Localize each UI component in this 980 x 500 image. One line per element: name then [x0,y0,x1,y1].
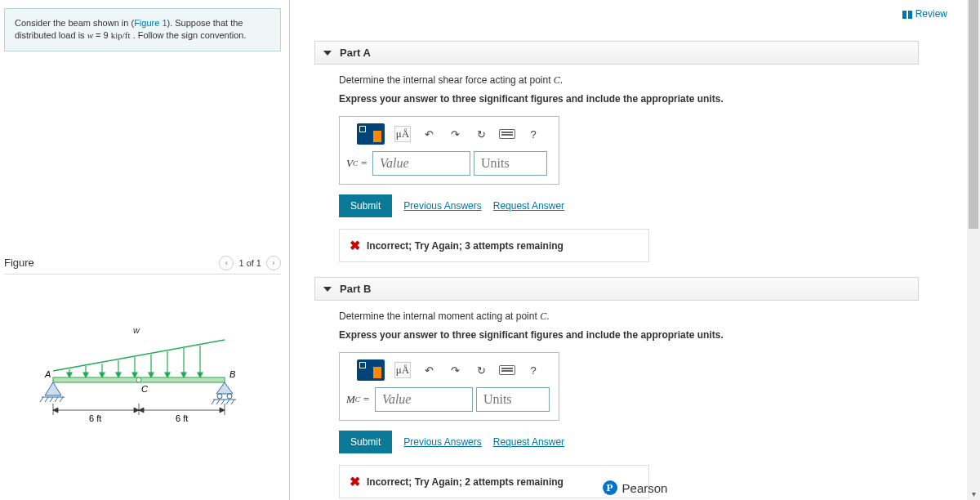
part-a-prompt: Determine the internal shear force actin… [339,74,915,87]
part-b: Part B Determine the internal moment act… [314,277,919,498]
svg-line-26 [55,397,58,402]
problem-suffix: . Follow the sign convention. [131,30,247,40]
caret-down-icon [323,287,332,292]
svg-marker-44 [53,408,58,413]
prompt-pre: Determine the internal moment acting at … [339,310,540,322]
keyboard-icon[interactable] [499,129,515,139]
svg-text:6 ft: 6 ft [89,413,101,423]
svg-marker-16 [181,373,186,377]
part-b-request-answer-link[interactable]: Request Answer [493,436,564,448]
part-b-feedback-text: Incorrect; Try Again; 2 attempts remaini… [367,476,564,488]
part-b-submit-button[interactable]: Submit [339,431,392,453]
part-b-previous-answers-link[interactable]: Previous Answers [403,436,481,448]
svg-line-32 [212,400,215,404]
figure-link[interactable]: Figure 1 [134,18,167,28]
part-a-title: Part A [340,47,371,59]
svg-line-23 [40,397,43,402]
prompt-point: C [554,74,560,86]
svg-marker-8 [116,373,121,377]
prompt-point: C [540,310,546,322]
part-a-value-input[interactable] [372,151,470,176]
undo-icon[interactable]: ↶ [421,126,437,142]
keyboard-icon[interactable] [499,365,515,375]
svg-text:6 ft: 6 ft [176,413,188,423]
svg-text:C: C [141,384,148,394]
load-label: w [133,325,140,335]
svg-point-30 [227,394,232,399]
pearson-logo-icon: P [603,480,617,495]
help-icon[interactable]: ? [525,362,541,378]
svg-marker-48 [220,408,225,413]
svg-line-0 [53,340,225,371]
problem-unit: kip/ft [111,30,131,40]
prompt-pre: Determine the internal shear force actin… [339,74,554,86]
problem-statement: Consider the beam shown in (Figure 1). S… [4,8,281,51]
prompt-post: . [560,74,563,86]
part-a-submit-button[interactable]: Submit [339,194,392,217]
svg-text:B: B [229,369,235,379]
svg-marker-14 [165,373,170,377]
problem-text-pre: Consider the beam shown in ( [15,18,134,28]
flag-icon [902,10,912,18]
redo-icon[interactable]: ↷ [447,362,463,378]
part-b-header[interactable]: Part B [314,277,919,301]
svg-line-33 [216,400,220,404]
svg-line-25 [50,397,53,402]
svg-line-34 [221,400,225,404]
part-a-answer-box: μÅ ↶ ↷ ↻ ? VC = [339,116,559,185]
incorrect-icon: ✖ [350,238,360,253]
svg-marker-28 [216,382,233,394]
part-b-prompt: Determine the internal moment acting at … [339,310,915,323]
part-a-instruction: Express your answer to three significant… [339,93,915,105]
vertical-scrollbar[interactable]: ▴ ▾ [967,0,980,500]
scroll-down-icon[interactable]: ▾ [967,487,980,500]
svg-point-29 [217,394,222,399]
scrollbar-thumb[interactable] [969,0,978,229]
reset-icon[interactable]: ↻ [473,362,489,378]
problem-var: w [87,30,93,40]
svg-marker-21 [45,382,61,395]
svg-marker-4 [83,373,88,377]
figure-next-button[interactable]: › [266,256,281,270]
review-label: Review [915,8,947,20]
part-a-previous-answers-link[interactable]: Previous Answers [403,200,481,212]
svg-marker-45 [134,408,139,413]
brand-footer: P Pearson [603,480,668,495]
part-b-value-input[interactable] [375,387,473,412]
svg-text:A: A [44,369,51,379]
svg-line-36 [231,400,234,404]
part-b-units-input[interactable] [476,387,550,412]
figure-prev-button[interactable]: ‹ [219,256,234,270]
prompt-post: . [546,310,549,322]
figure-title: Figure [4,257,34,269]
svg-marker-6 [100,373,105,377]
undo-icon[interactable]: ↶ [421,362,437,378]
incorrect-icon: ✖ [350,474,360,489]
figure-counter: 1 of 1 [238,258,261,268]
review-link[interactable]: Review [902,8,947,20]
part-a-request-answer-link[interactable]: Request Answer [493,200,564,212]
part-a-feedback: ✖ Incorrect; Try Again; 3 attempts remai… [339,229,649,262]
part-a-feedback-text: Incorrect; Try Again; 3 attempts remaini… [367,240,564,252]
part-b-variable: MC = [346,387,375,412]
redo-icon[interactable]: ↷ [447,126,463,142]
svg-point-20 [136,377,141,382]
templates-icon[interactable] [357,359,385,381]
caret-down-icon [323,51,332,56]
reset-icon[interactable]: ↻ [473,126,489,142]
brand-name: Pearson [622,481,668,495]
svg-line-24 [45,397,48,402]
part-a-header[interactable]: Part A [314,41,919,65]
part-a: Part A Determine the internal shear forc… [314,41,919,262]
part-b-title: Part B [340,283,371,295]
svg-marker-18 [198,373,203,377]
units-mu-button[interactable]: μÅ [394,126,411,142]
templates-icon[interactable] [357,123,385,145]
svg-marker-10 [132,373,137,377]
part-a-units-input[interactable] [474,151,547,176]
figure-header: Figure ‹ 1 of 1 › [4,256,281,275]
figure-image: w A B C [4,324,281,438]
help-icon[interactable]: ? [525,126,541,142]
svg-line-35 [226,400,229,404]
units-mu-button[interactable]: μÅ [394,362,411,378]
